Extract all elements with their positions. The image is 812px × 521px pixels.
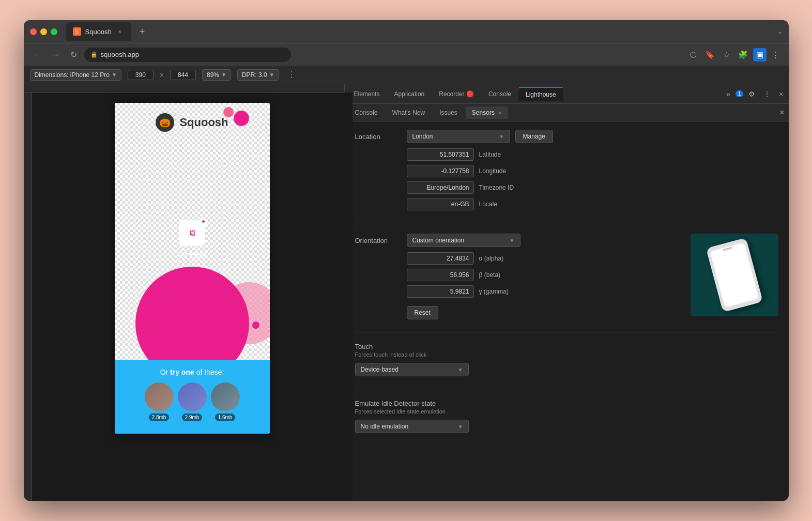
upload-area[interactable]: 🖼 OR Paste bbox=[177, 220, 206, 258]
sub-tabs-close-panel[interactable]: × bbox=[779, 108, 784, 117]
dpr-label: DPR: 3.0 bbox=[242, 71, 267, 79]
location-chevron-icon: ▼ bbox=[499, 134, 504, 140]
locale-input[interactable] bbox=[407, 198, 474, 210]
squoosh-name: Squoosh bbox=[179, 116, 228, 129]
beta-input[interactable] bbox=[407, 269, 474, 281]
tab-close-button[interactable]: × bbox=[116, 27, 124, 36]
sample-size-2: 2.9mb bbox=[182, 413, 203, 421]
width-input[interactable] bbox=[128, 70, 154, 80]
forward-button[interactable]: → bbox=[49, 48, 63, 62]
try-text: Or try one of these: bbox=[123, 368, 262, 376]
tab-elements[interactable]: Elements bbox=[347, 87, 387, 101]
extension-icon[interactable]: 🧩 bbox=[735, 48, 751, 62]
devtools-close-button[interactable]: × bbox=[776, 88, 786, 100]
toolbar-more-button[interactable]: ⋮ bbox=[287, 70, 296, 80]
orientation-section: Orientation Custom orientation ▼ α (alph… bbox=[355, 223, 778, 319]
refresh-button[interactable]: ↻ bbox=[67, 48, 80, 62]
timezone-row: Timezone ID bbox=[407, 181, 778, 194]
longitude-input[interactable] bbox=[407, 165, 474, 177]
longitude-row: Longitude bbox=[407, 165, 778, 177]
minimize-button[interactable] bbox=[40, 28, 47, 35]
address-bar[interactable]: 🔒 squoosh.app bbox=[84, 48, 291, 62]
gamma-input[interactable] bbox=[407, 285, 474, 298]
touch-subtitle: Forces touch instead of click bbox=[355, 351, 778, 358]
devtools-more-button[interactable]: ⋮ bbox=[760, 88, 774, 100]
longitude-label: Longitude bbox=[479, 167, 507, 175]
sub-tab-sensors[interactable]: Sensors × bbox=[466, 106, 508, 119]
zoom-chevron-icon: ▼ bbox=[221, 72, 226, 78]
app-bottom: Or try one of these: 2.8mb bbox=[115, 360, 270, 434]
height-input[interactable] bbox=[170, 70, 196, 80]
screen-share-icon[interactable]: ⬡ bbox=[687, 48, 700, 62]
tab-favicon: S bbox=[73, 27, 81, 36]
location-selector[interactable]: London ▼ bbox=[407, 130, 510, 143]
squoosh-logo-icon: 🎃 bbox=[156, 113, 174, 132]
idle-title: Emulate Idle Detector state bbox=[355, 400, 778, 407]
device-selector[interactable]: Dimensions: iPhone 12 Pro ▼ bbox=[30, 69, 121, 81]
sensors-tab-close[interactable]: × bbox=[498, 110, 501, 116]
settings-button[interactable]: ⚙ bbox=[745, 88, 758, 100]
sensors-content: Location London ▼ Manage Latitude Longit bbox=[345, 121, 789, 501]
window-chevron[interactable]: ⌄ bbox=[777, 28, 783, 35]
dpr-selector[interactable]: DPR: 3.0 ▼ bbox=[237, 69, 279, 81]
sample-item-3[interactable]: 1.6mb bbox=[211, 382, 240, 421]
orientation-value: Custom orientation bbox=[412, 237, 465, 244]
sample-item-2[interactable]: 2.9mb bbox=[178, 382, 207, 421]
upload-icon[interactable]: 🖼 bbox=[179, 220, 205, 246]
device-chevron-icon: ▼ bbox=[112, 72, 117, 78]
touch-chevron-icon: ▼ bbox=[458, 367, 463, 373]
preview-body: 🎃 Squoosh bbox=[24, 93, 344, 501]
orientation-selector[interactable]: Custom orientation ▼ bbox=[407, 234, 520, 247]
timezone-input[interactable] bbox=[407, 181, 474, 194]
nav-bar: ← → ↻ 🔒 squoosh.app ⬡ 🔖 ☆ 🧩 ▣ ⋮ bbox=[24, 43, 789, 66]
back-button[interactable]: ← bbox=[30, 48, 44, 62]
idle-section: Emulate Idle Detector state Forces selec… bbox=[355, 389, 778, 433]
beta-label: β (beta) bbox=[479, 271, 501, 279]
mobile-frame: 🎃 Squoosh bbox=[115, 103, 270, 434]
reset-button[interactable]: Reset bbox=[407, 306, 438, 319]
alpha-input[interactable] bbox=[407, 252, 474, 265]
more-menu-button[interactable]: ⋮ bbox=[769, 48, 783, 62]
orientation-chevron-icon: ▼ bbox=[510, 238, 515, 243]
touch-selector[interactable]: Device-based ▼ bbox=[355, 363, 469, 376]
tab-application[interactable]: Application bbox=[387, 87, 432, 101]
sub-tab-whats-new[interactable]: What's New bbox=[386, 106, 432, 119]
svg-text:🖼: 🖼 bbox=[189, 229, 195, 237]
sample-image-3[interactable] bbox=[211, 382, 240, 411]
paste-link[interactable]: Paste bbox=[189, 250, 206, 258]
new-tab-button[interactable]: + bbox=[135, 24, 149, 39]
tab-lighthouse[interactable]: Lighthouse bbox=[518, 87, 563, 101]
phone-3d-visual bbox=[706, 238, 762, 312]
latitude-input[interactable] bbox=[407, 148, 474, 161]
idle-selector[interactable]: No idle emulation ▼ bbox=[355, 420, 469, 433]
sample-image-1[interactable] bbox=[145, 382, 174, 411]
main-content: 🎃 Squoosh bbox=[24, 84, 789, 501]
location-label: Location bbox=[355, 133, 407, 141]
notification-badge: 1 bbox=[736, 90, 744, 97]
lock-icon: 🔒 bbox=[90, 51, 98, 58]
tab-console[interactable]: Console bbox=[481, 87, 518, 101]
sub-tab-issues[interactable]: Issues bbox=[433, 106, 464, 119]
zoom-selector[interactable]: 89% ▼ bbox=[202, 69, 231, 81]
sub-tab-console[interactable]: Console bbox=[349, 106, 384, 119]
sample-item-1[interactable]: 2.8mb bbox=[145, 382, 174, 421]
layout-icon[interactable]: ▣ bbox=[753, 48, 767, 62]
tab-title: Squoosh bbox=[85, 28, 112, 36]
sample-image-2[interactable] bbox=[178, 382, 207, 411]
devtools-tabs: Elements Application Recorder 🔴 Console … bbox=[345, 84, 789, 104]
sample-images: 2.8mb 2.9mb 1.6mb bbox=[123, 382, 262, 421]
horizontal-ruler bbox=[24, 84, 344, 93]
maximize-button[interactable] bbox=[51, 28, 57, 35]
manage-button[interactable]: Manage bbox=[515, 130, 553, 143]
bookmark-icon[interactable]: 🔖 bbox=[702, 48, 718, 62]
close-button[interactable] bbox=[30, 28, 37, 35]
more-tabs-button[interactable]: » bbox=[723, 88, 733, 100]
idle-chevron-icon: ▼ bbox=[458, 424, 463, 430]
title-bar: S Squoosh × + ⌄ bbox=[24, 20, 789, 43]
app-content: 🎃 Squoosh bbox=[115, 103, 270, 434]
zoom-label: 89% bbox=[207, 71, 219, 79]
tab-recorder[interactable]: Recorder 🔴 bbox=[432, 87, 481, 101]
star-icon[interactable]: ☆ bbox=[720, 48, 733, 62]
traffic-lights bbox=[30, 28, 57, 35]
browser-tab[interactable]: S Squoosh × bbox=[66, 22, 131, 41]
